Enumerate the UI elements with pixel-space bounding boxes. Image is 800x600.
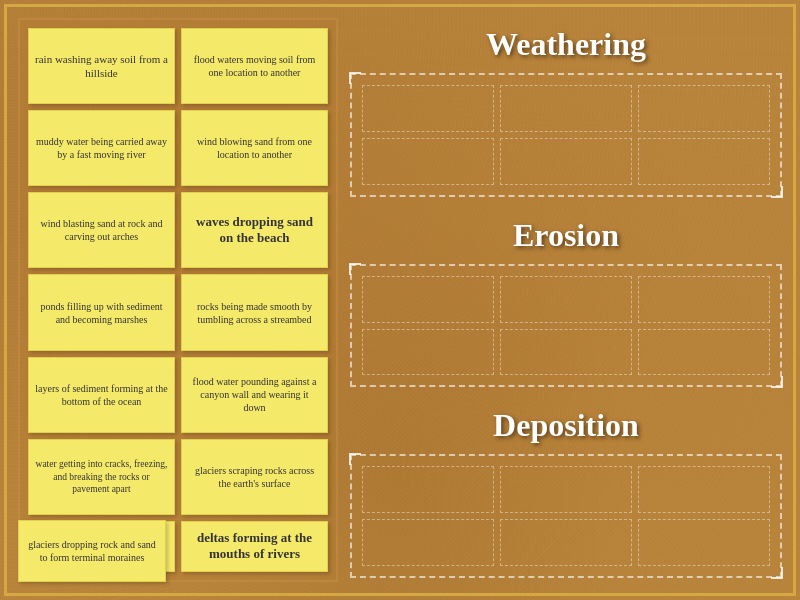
sticky-s6[interactable]: waves dropping sand on the beach	[181, 192, 328, 268]
erosion-label: Erosion	[513, 217, 619, 254]
cell	[500, 519, 632, 566]
cell	[500, 85, 632, 132]
sticky-s1[interactable]: rain washing away soil from a hillside	[28, 28, 175, 104]
deposition-drop-area[interactable]	[350, 454, 782, 578]
erosion-drop-area[interactable]	[350, 264, 782, 388]
cell	[500, 329, 632, 376]
erosion-zone[interactable]: Erosion	[350, 209, 782, 392]
cell	[638, 85, 770, 132]
weathering-label: Weathering	[486, 26, 646, 63]
deposition-label: Deposition	[493, 407, 639, 444]
sticky-notes-panel: rain washing away soil from a hillside f…	[18, 18, 338, 582]
cork-board: rain washing away soil from a hillside f…	[0, 0, 800, 600]
deposition-inner-grid	[362, 466, 770, 566]
cell	[362, 466, 494, 513]
sticky-s10[interactable]: flood water pounding against a canyon wa…	[181, 357, 328, 433]
cell	[500, 466, 632, 513]
weathering-zone[interactable]: Weathering	[350, 18, 782, 201]
sticky-s7[interactable]: ponds filling up with sediment and becom…	[28, 274, 175, 350]
cell	[638, 329, 770, 376]
sticky-s15[interactable]: glaciers dropping rock and sand to form …	[18, 520, 166, 582]
sticky-s14[interactable]: deltas forming at the mouths of rivers	[181, 521, 328, 572]
cell	[362, 519, 494, 566]
cell	[638, 466, 770, 513]
sticky-s9[interactable]: layers of sediment forming at the bottom…	[28, 357, 175, 433]
cell	[638, 138, 770, 185]
deposition-zone[interactable]: Deposition	[350, 399, 782, 582]
erosion-inner-grid	[362, 276, 770, 376]
cell	[362, 276, 494, 323]
categories-area: Weathering Erosion	[350, 18, 782, 582]
sticky-s2[interactable]: flood waters moving soil from one locati…	[181, 28, 328, 104]
sticky-s11[interactable]: water getting into cracks, freezing, and…	[28, 439, 175, 515]
weathering-inner-grid	[362, 85, 770, 185]
cell	[638, 276, 770, 323]
sticky-s3[interactable]: muddy water being carried away by a fast…	[28, 110, 175, 186]
cell	[362, 138, 494, 185]
sticky-s8[interactable]: rocks being made smooth by tumbling acro…	[181, 274, 328, 350]
sticky-s5[interactable]: wind blasting sand at rock and carving o…	[28, 192, 175, 268]
cell	[500, 276, 632, 323]
cell	[362, 85, 494, 132]
cell	[500, 138, 632, 185]
sticky-s4[interactable]: wind blowing sand from one location to a…	[181, 110, 328, 186]
sticky-s12[interactable]: glaciers scraping rocks across the earth…	[181, 439, 328, 515]
cell	[362, 329, 494, 376]
weathering-drop-area[interactable]	[350, 73, 782, 197]
cell	[638, 519, 770, 566]
